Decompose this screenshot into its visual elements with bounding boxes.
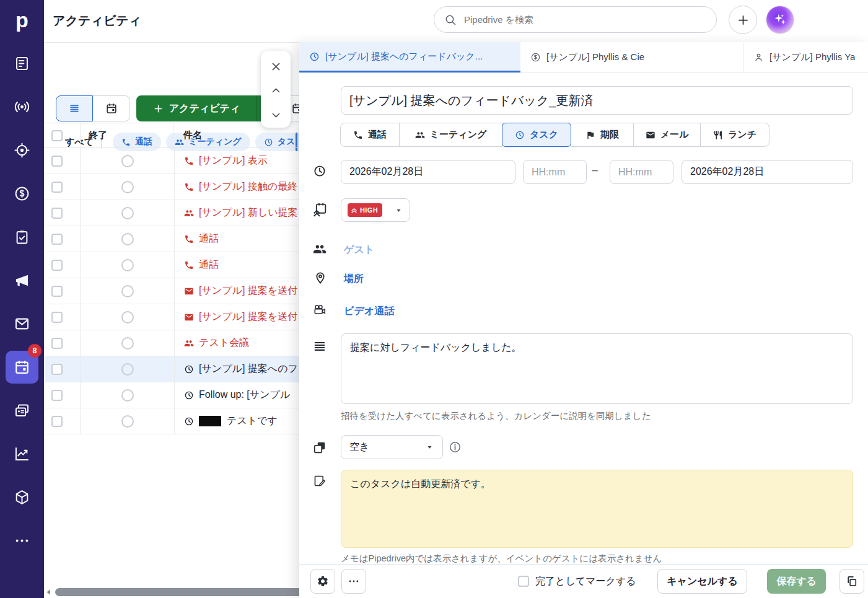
global-search[interactable] xyxy=(434,6,717,33)
mail-icon xyxy=(184,286,194,296)
activity-subject-link[interactable]: 通話 xyxy=(199,232,219,245)
search-input[interactable] xyxy=(463,14,706,25)
info-icon[interactable] xyxy=(449,441,462,454)
calendar-view-icon xyxy=(105,102,118,115)
cancel-button[interactable]: キャンセルする xyxy=(657,569,747,594)
add-activity-button[interactable]: アクティビティ xyxy=(136,95,282,121)
activity-type-4[interactable]: 期限 xyxy=(571,123,634,147)
priority-badge: HIGH xyxy=(348,203,382,217)
mark-done-circle[interactable] xyxy=(81,148,175,174)
row-checkbox[interactable] xyxy=(44,408,81,434)
floating-nav-panel xyxy=(261,51,291,128)
phone-icon xyxy=(184,182,194,192)
row-checkbox[interactable] xyxy=(44,252,81,278)
mark-done-circle[interactable] xyxy=(81,356,175,382)
sidebar-item-projects[interactable] xyxy=(0,221,44,253)
mark-done-circle[interactable] xyxy=(81,408,175,434)
priority-dropdown[interactable]: HIGH xyxy=(341,198,410,222)
select-all-checkbox[interactable] xyxy=(44,123,81,147)
activity-type-1[interactable]: 通話 xyxy=(340,123,400,147)
activity-subject-link[interactable]: [サンプル] 表示 xyxy=(199,154,268,167)
activity-subject-link[interactable]: テスト会議 xyxy=(199,336,249,350)
availability-select[interactable]: 空き xyxy=(341,435,443,459)
activity-subject-link[interactable]: Follow up: [サンプル xyxy=(199,389,290,402)
sidebar-item-prospecting[interactable] xyxy=(0,90,44,123)
guests-icon xyxy=(313,242,327,256)
modal-tabs: [サンプル] 提案へのフィードバック...[サンプル] Phyllis & Ci… xyxy=(299,42,868,73)
activity-title-input[interactable] xyxy=(341,86,853,115)
location-link[interactable]: 場所 xyxy=(344,273,364,286)
description-textarea[interactable]: 提案に対しフィードバックしました。 xyxy=(341,333,853,404)
leads-icon xyxy=(14,55,30,72)
activity-subject-link[interactable]: [サンプル] 新しい提案 xyxy=(199,206,298,219)
sidebar-item-targets[interactable] xyxy=(0,134,44,166)
guests-link[interactable]: ゲスト xyxy=(344,244,374,257)
modal-tab[interactable]: [サンプル] 提案へのフィードバック... xyxy=(299,42,520,73)
mark-done-circle[interactable] xyxy=(81,200,175,226)
save-button[interactable]: 保存する xyxy=(767,569,826,594)
mark-done-circle[interactable] xyxy=(81,252,175,278)
modal-tab[interactable]: [サンプル] Phyllis & Cie xyxy=(520,42,743,73)
mark-done-circle[interactable] xyxy=(81,278,175,304)
activity-subject-link[interactable]: [サンプル] 提案を送付 xyxy=(199,310,297,323)
next-item-button[interactable] xyxy=(265,104,287,125)
mark-done-checkbox[interactable] xyxy=(518,576,529,587)
row-checkbox[interactable] xyxy=(44,330,81,356)
double-chevron-up-icon xyxy=(350,206,358,214)
radar-icon xyxy=(14,99,30,115)
end-time-input[interactable] xyxy=(610,160,673,184)
activity-subject-link[interactable]: [サンプル] 提案へのフ xyxy=(199,363,298,376)
activity-type-5[interactable]: メール xyxy=(633,123,701,147)
mark-done-circle[interactable] xyxy=(81,304,175,330)
quick-add-button[interactable] xyxy=(729,6,757,34)
row-checkbox[interactable] xyxy=(44,304,81,330)
list-view-toggle[interactable] xyxy=(56,95,93,121)
row-checkbox[interactable] xyxy=(44,174,81,200)
calendar-view-toggle[interactable] xyxy=(93,95,130,121)
activity-subject-link[interactable]: [サンプル] 接触の最終 xyxy=(199,180,297,193)
close-button[interactable] xyxy=(265,56,287,77)
activity-subject-link[interactable]: [サンプル] 提案を送付 xyxy=(199,284,297,297)
sidebar-item-mail[interactable] xyxy=(0,307,44,340)
row-checkbox[interactable] xyxy=(44,200,81,226)
sidebar-item-campaigns[interactable] xyxy=(0,264,44,296)
sidebar-item-more[interactable] xyxy=(0,524,44,556)
start-time-input[interactable] xyxy=(523,160,587,184)
sidebar-item-products[interactable] xyxy=(0,481,44,513)
more-options-button[interactable] xyxy=(341,569,366,594)
prev-item-button[interactable] xyxy=(265,80,287,101)
ai-avatar-button[interactable] xyxy=(766,6,794,34)
activity-subject-link[interactable]: 通話 xyxy=(199,258,219,271)
row-checkbox[interactable] xyxy=(44,382,81,408)
sparkles-icon xyxy=(772,12,788,28)
settings-button[interactable] xyxy=(310,569,335,594)
sidebar-item-insights[interactable] xyxy=(0,438,44,470)
activity-type-3[interactable]: タスク xyxy=(502,123,571,147)
video-call-link[interactable]: ビデオ通話 xyxy=(344,305,394,318)
mark-done-circle[interactable] xyxy=(81,226,175,252)
sidebar-item-leads[interactable] xyxy=(0,47,44,79)
end-date-input[interactable] xyxy=(682,160,853,184)
mark-done-circle[interactable] xyxy=(81,382,175,408)
row-checkbox[interactable] xyxy=(44,148,81,174)
row-checkbox[interactable] xyxy=(44,278,81,304)
pipedrive-logo[interactable]: p xyxy=(0,6,44,33)
mark-done-circle[interactable] xyxy=(81,330,175,356)
row-checkbox[interactable] xyxy=(44,356,81,382)
activity-type-2[interactable]: ミーティング xyxy=(399,123,502,147)
horizontal-scrollbar[interactable] xyxy=(55,588,303,596)
start-date-input[interactable] xyxy=(341,160,515,184)
activity-type-6[interactable]: ランチ xyxy=(700,123,769,147)
mark-done-circle[interactable] xyxy=(81,174,175,200)
row-checkbox[interactable] xyxy=(44,226,81,252)
sidebar-item-contacts[interactable] xyxy=(0,394,44,426)
duplicate-button[interactable] xyxy=(840,569,864,594)
modal-tab[interactable]: [サンプル] Phyllis Ya xyxy=(743,42,868,73)
col-header-done[interactable]: 終了 xyxy=(81,123,174,147)
note-field[interactable]: このタスクは自動更新済です。 xyxy=(341,470,853,548)
redacted-text xyxy=(199,416,221,426)
sidebar-item-deals[interactable] xyxy=(0,177,44,209)
hscroll-left-arrow[interactable] xyxy=(45,587,53,597)
location-icon xyxy=(313,271,327,284)
activity-subject-link[interactable]: テストです xyxy=(227,415,278,428)
